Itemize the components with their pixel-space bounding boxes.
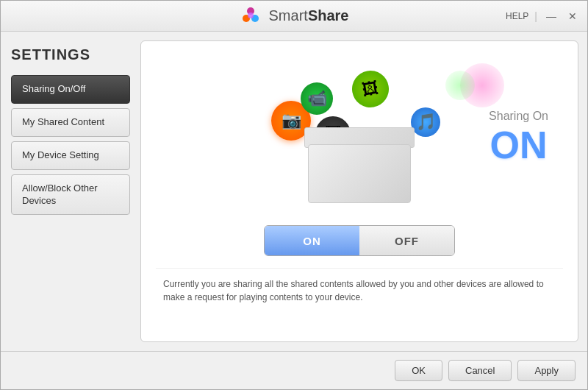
content-body: 📷 🎞 📹 🖼 🎵 Sharing On ON (141, 41, 578, 341)
nav-allow-block[interactable]: Allow/Block Other Devices (11, 174, 130, 216)
nav-sharing-onoff[interactable]: Sharing On/Off (11, 75, 130, 104)
content-panel: 📷 🎞 📹 🖼 🎵 Sharing On ON (140, 40, 578, 342)
toggle-off-button[interactable]: OFF (359, 226, 454, 255)
box-scene: 📷 🎞 📹 🖼 🎵 (257, 63, 462, 210)
app-window: SmartShare HELP | — ✕ SETTINGS Sharing O… (0, 0, 588, 390)
sharing-status: Sharing On ON (489, 110, 548, 164)
toggle-on-button[interactable]: ON (265, 226, 359, 255)
sidebar-title: SETTINGS (11, 46, 130, 63)
help-button[interactable]: HELP (506, 11, 528, 21)
app-logo: SmartShare (240, 5, 349, 27)
title-bar: SmartShare HELP | — ✕ (1, 1, 587, 32)
svg-point-3 (248, 13, 254, 18)
minimize-button[interactable]: — (543, 10, 559, 23)
apply-button[interactable]: Apply (517, 360, 576, 381)
main-area: SETTINGS Sharing On/Off My Shared Conten… (1, 32, 587, 351)
cancel-button[interactable]: Cancel (448, 360, 512, 381)
photo-icon: 🖼 (349, 68, 392, 110)
nav-my-shared-content[interactable]: My Shared Content (11, 108, 130, 137)
toggle-row: ON OFF (264, 225, 455, 256)
separator: | (534, 10, 537, 22)
ok-button[interactable]: OK (395, 360, 442, 381)
sharing-on-value: ON (489, 126, 548, 164)
box-bottom (308, 144, 411, 203)
nav-my-device-setting[interactable]: My Device Setting (11, 141, 130, 170)
sidebar: SETTINGS Sharing On/Off My Shared Conten… (1, 32, 140, 351)
window-controls: HELP | — ✕ (506, 10, 580, 23)
illustration: 📷 🎞 📹 🖼 🎵 Sharing On ON (156, 56, 563, 218)
close-button[interactable]: ✕ (565, 10, 580, 23)
app-name: SmartShare (269, 7, 349, 24)
logo-icon (240, 5, 262, 27)
sharing-label: Sharing On (489, 110, 548, 123)
video-icon: 📹 (301, 82, 333, 115)
music-icon: 🎵 (411, 107, 440, 137)
description-text: Currently you are sharing all the shared… (156, 268, 563, 304)
footer: OK Cancel Apply (1, 351, 587, 389)
